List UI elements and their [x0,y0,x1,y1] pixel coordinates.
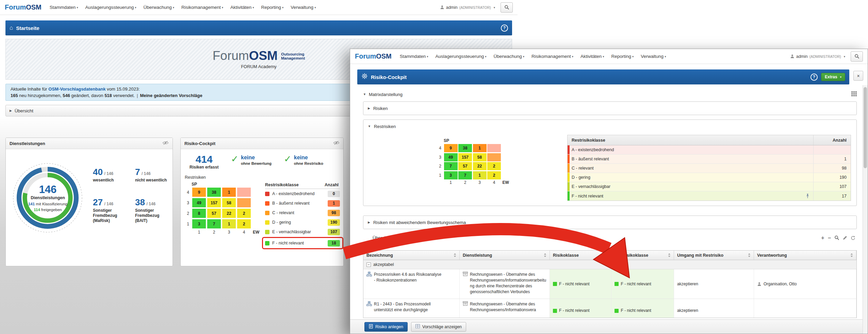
matrix-cell-1-4[interactable]: 2 [237,219,251,228]
user-menu[interactable]: admin(ADMINISTRATOR)▾ [790,54,845,59]
matrix-cell-1-3[interactable]: 1 [473,171,487,179]
cell-risikoklasse[interactable]: F - nicht relevant [550,269,611,299]
matrix-cell-4-1[interactable]: 9 [192,188,206,197]
matrix-cell-3-3[interactable]: 58 [473,153,487,161]
cell-restrisikoklasse[interactable]: F - nicht relevant [611,299,674,318]
plus-icon[interactable]: + [821,236,824,240]
risk-class-row-3[interactable]: D - gering190 [265,218,340,227]
matrix-cell-2-3[interactable]: 22 [222,209,236,218]
matrix-cell-1-1[interactable]: 3 [192,219,206,228]
show-suggestions-button[interactable]: Vorschläge anzeigen [411,322,466,332]
risks-panel-header[interactable]: ▶ Risiken [363,102,856,115]
matrix-cell-4-4[interactable] [487,144,501,152]
column-header-3[interactable]: Restrisikoklasse [611,251,674,260]
nav-menu-2[interactable]: Überwachung▾ [144,5,175,10]
help-button[interactable]: ? [810,74,818,81]
close-window-button[interactable]: × [853,71,863,81]
nav-menu-2[interactable]: Überwachung▾ [494,54,525,59]
nav-menu-1[interactable]: Auslagerungssteuerung▾ [436,54,487,59]
risk-class-row-5[interactable]: F - nicht relevant18 [265,238,340,248]
matrix-cell-3-2[interactable]: 157 [207,198,221,207]
matrix-cell-2-1[interactable]: 7 [444,162,458,170]
table-group-row[interactable]: −akzeptabel [363,260,856,269]
cell-umgang[interactable]: akzeptieren [674,299,754,318]
nav-menu-5[interactable]: Reporting▾ [261,5,284,10]
risk-class-row-0[interactable]: A - existenzbedrohend [568,145,851,155]
create-risk-button[interactable]: Risiko anlegen [364,322,408,332]
matrix-cell-4-2[interactable]: 38 [207,188,221,197]
matrix-cell-4-4[interactable] [237,188,251,197]
cell-dienstleistung[interactable]: Rechnungswesen - Übernahme des Rechnungs… [460,299,550,318]
grid-view-icon[interactable] [851,91,857,97]
cell-verantwortung[interactable]: Organisation, Otto [754,269,856,299]
cell-bezeichnung[interactable]: R1 - 2443 - Das Prozessmodell unterstütz… [363,299,460,318]
column-header-2[interactable]: Risikoklasse [550,251,611,260]
risk-class-row-3[interactable]: D - gering190 [568,173,851,182]
collapse-group-icon[interactable]: − [366,263,371,267]
matrix-view-section-header[interactable]: ▼ Matrixdarstellung [363,91,857,97]
matrix-cell-2-4[interactable]: 2 [237,209,251,218]
matrix-cell-2-2[interactable]: 57 [458,162,472,170]
matrix-cell-4-1[interactable]: 9 [444,144,458,152]
vertical-scrollbar[interactable] [863,85,868,334]
cell-umgang[interactable]: akzeptieren [674,269,754,299]
matrix-cell-1-2[interactable]: 7 [458,171,472,179]
cell-bezeichnung[interactable]: Prozessrisiken 4.6 aus Risikoanalyse - R… [363,269,460,299]
search-button[interactable] [851,51,863,62]
cell-restrisikoklasse[interactable]: F - nicht relevant [611,269,674,299]
nav-menu-4[interactable]: Aktivitäten▾ [230,5,254,10]
matrix-cell-4-3[interactable]: 1 [473,144,487,152]
column-header-0[interactable]: Bezeichnung [363,251,460,260]
visibility-toggle-icon[interactable] [333,141,340,146]
matrix-cell-3-4[interactable] [237,198,251,207]
risk-class-row-2[interactable]: C - relevant98 [568,164,851,173]
user-menu[interactable]: admin(ADMINISTRATOR)▾ [440,5,495,10]
risk-class-row-4[interactable]: E - vernachlässigbar107 [568,182,851,191]
nav-menu-3[interactable]: Risikomanagement▾ [181,5,223,10]
matrix-cell-4-3[interactable]: 1 [222,188,236,197]
my-changed-suggestions-link[interactable]: Meine geänderten Vorschläge [140,93,202,98]
matrix-cell-4-2[interactable]: 38 [458,144,472,152]
column-header-4[interactable]: Umgang mit Restrisiko [674,251,754,260]
risk-class-row-5[interactable]: F - nicht relevant17 [568,191,851,201]
matrix-cell-1-4[interactable]: 2 [487,171,501,179]
nav-menu-6[interactable]: Verwaltung▾ [291,5,316,10]
nav-menu-1[interactable]: Auslagerungssteuerung▾ [85,5,136,10]
nav-menu-0[interactable]: Stammdaten▾ [50,5,78,10]
matrix-cell-3-3[interactable]: 58 [222,198,236,207]
search-icon[interactable] [834,235,839,240]
column-header-5[interactable]: Verantwortung [754,251,856,260]
deviating-panel-header[interactable]: ▶ Risiken mit abweichendem Bewertungssch… [363,216,856,229]
cell-verantwortung[interactable] [754,299,856,318]
matrix-cell-2-3[interactable]: 22 [473,162,487,170]
matrix-cell-1-1[interactable]: 3 [444,171,458,179]
risk-class-row-0[interactable]: A - existenzbedrohend0 [265,189,340,198]
minus-icon[interactable]: − [828,236,831,240]
matrix-cell-3-1[interactable]: 49 [192,198,206,207]
matrix-cell-2-1[interactable]: 8 [192,209,206,218]
matrix-cell-2-2[interactable]: 57 [207,209,221,218]
nav-menu-0[interactable]: Stammdaten▾ [400,54,428,59]
nav-menu-6[interactable]: Verwaltung▾ [641,54,666,59]
cell-dienstleistung[interactable]: Rechnungswesen - Übernahme des Rechnungs… [460,269,550,299]
matrix-cell-1-3[interactable]: 1 [222,219,236,228]
visibility-toggle-icon[interactable] [162,141,169,146]
matrix-cell-1-2[interactable]: 7 [207,219,221,228]
extras-button[interactable]: Extras▾ [821,73,845,81]
help-button[interactable]: ? [501,25,508,32]
matrix-cell-2-4[interactable]: 2 [487,162,501,170]
search-button[interactable] [501,2,513,13]
column-header-1[interactable]: Dienstleistung [460,251,550,260]
cell-risikoklasse[interactable]: F - nicht relevant [550,299,611,318]
risk-class-row-1[interactable]: B - äußerst relevant1 [265,198,340,208]
matrix-cell-3-1[interactable]: 49 [444,153,458,161]
nav-menu-4[interactable]: Aktivitäten▾ [580,54,604,59]
pencil-icon[interactable] [843,236,847,240]
residual-panel-header[interactable]: ▼ Restrisiken [363,120,856,133]
risk-class-row-1[interactable]: B - äußerst relevant1 [568,155,851,164]
matrix-cell-3-4[interactable] [487,153,501,161]
scrollbar-thumb[interactable] [864,87,867,168]
risk-class-row-4[interactable]: E - vernachlässigbar107 [265,227,340,237]
refresh-icon[interactable] [851,236,855,240]
nav-menu-3[interactable]: Risikomanagement▾ [531,54,573,59]
